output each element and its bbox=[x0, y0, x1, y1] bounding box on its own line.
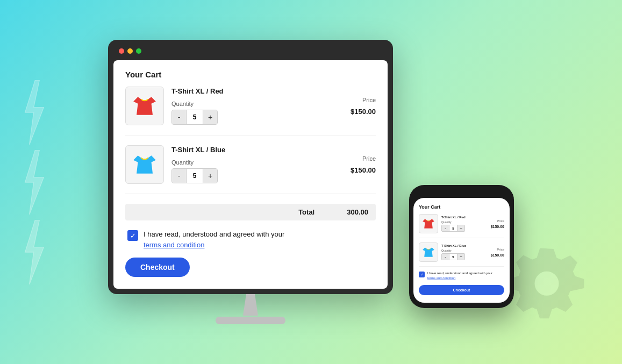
mobile-price-label-1: Price bbox=[483, 219, 504, 223]
mobile-checkmark-icon: ✓ bbox=[420, 273, 424, 277]
desktop-cart-title: Your Cart bbox=[125, 70, 376, 79]
mobile-price-value-1: $150.00 bbox=[483, 225, 504, 229]
mobile-blue-tshirt-icon bbox=[421, 245, 435, 259]
mobile-price-value-2: $150.00 bbox=[483, 253, 504, 257]
item-price-block-2: Price $150.00 bbox=[338, 155, 376, 174]
price-label-2: Price bbox=[338, 155, 376, 162]
mobile-item-image-1 bbox=[419, 214, 438, 233]
terms-text: I have read, understood and agreed with … bbox=[144, 229, 284, 250]
quantity-control-2: - 5 + bbox=[171, 168, 218, 183]
red-tshirt-icon bbox=[131, 92, 158, 119]
mobile-cart-item-1: T-Shirt XL / Red Quantity - 5 + Price $1… bbox=[419, 214, 504, 238]
desktop-total-row: Total 300.00 bbox=[125, 204, 376, 220]
phone-screen: Your Cart T-Shirt XL / Red Quantity - 5 … bbox=[413, 198, 510, 303]
mobile-qty-val-2: 5 bbox=[449, 254, 457, 260]
mobile-qty-plus-2[interactable]: + bbox=[457, 254, 464, 260]
item-details-2: T-Shirt XL / Blue Quantity - 5 + bbox=[171, 146, 331, 183]
qty-minus-btn-2[interactable]: - bbox=[172, 169, 186, 183]
mobile-qty-val-1: 5 bbox=[449, 225, 457, 231]
desktop-terms-row: ✓ I have read, understood and agreed wit… bbox=[125, 229, 376, 250]
mobile-item-image-2 bbox=[419, 242, 438, 262]
lightning-icon-3 bbox=[16, 220, 48, 284]
mobile-qty-label-1: Quantity bbox=[441, 220, 480, 224]
mobile-price-label-2: Price bbox=[483, 248, 504, 251]
lightning-icon-2 bbox=[16, 150, 48, 215]
desktop-cart-panel: Your Cart T-Shirt XL / Red Quantity bbox=[113, 60, 388, 289]
price-label-1: Price bbox=[338, 97, 376, 103]
close-dot bbox=[119, 48, 124, 54]
monitor-stand bbox=[240, 294, 261, 316]
monitor-wrapper: Your Cart T-Shirt XL / Red Quantity bbox=[108, 40, 393, 324]
qty-plus-btn-1[interactable]: + bbox=[203, 110, 217, 124]
total-value: 300.00 bbox=[347, 208, 368, 216]
terms-link[interactable]: terms and condition bbox=[144, 241, 204, 249]
mobile-red-tshirt-icon bbox=[421, 217, 435, 231]
desktop-cart-item-1: T-Shirt XL / Red Quantity - 5 + Price $1… bbox=[125, 87, 376, 135]
mobile-checkout-button[interactable]: Checkout bbox=[419, 285, 504, 295]
price-value-1: $150.00 bbox=[338, 108, 376, 116]
qty-value-1: 5 bbox=[186, 110, 203, 124]
mobile-item-price-1: Price $150.00 bbox=[483, 219, 504, 229]
mobile-qty-label-2: Quantity bbox=[441, 249, 480, 252]
monitor-base bbox=[216, 317, 285, 324]
mobile-qty-minus-1[interactable]: - bbox=[442, 225, 449, 231]
desktop-monitor: Your Cart T-Shirt XL / Red Quantity bbox=[108, 40, 393, 294]
mobile-item-price-2: Price $150.00 bbox=[483, 248, 504, 257]
price-value-2: $150.00 bbox=[338, 166, 376, 174]
terms-checkbox[interactable]: ✓ bbox=[127, 230, 138, 241]
qty-plus-btn-2[interactable]: + bbox=[203, 169, 217, 183]
desktop-cart-item-2: T-Shirt XL / Blue Quantity - 5 + Price $… bbox=[125, 145, 376, 194]
svg-marker-0 bbox=[25, 80, 44, 145]
mobile-phone: Your Cart T-Shirt XL / Red Quantity - 5 … bbox=[409, 185, 514, 308]
item-name-1: T-Shirt XL / Red bbox=[171, 87, 331, 95]
mobile-terms-text-content: I have read, understood and agreed with … bbox=[427, 272, 492, 275]
svg-marker-2 bbox=[25, 220, 44, 284]
phone-notch bbox=[446, 190, 478, 195]
quantity-control-1: - 5 + bbox=[171, 110, 218, 125]
item-image-blue bbox=[125, 145, 164, 184]
mobile-item-name-2: T-Shirt XL / Blue bbox=[441, 244, 480, 247]
mobile-qty-plus-1[interactable]: + bbox=[457, 225, 464, 231]
monitor-top-bar bbox=[113, 45, 388, 57]
total-label: Total bbox=[298, 208, 314, 216]
terms-text-content: I have read, understood and agreed with … bbox=[144, 230, 284, 238]
item-image-red bbox=[125, 87, 164, 125]
lightning-decoration bbox=[16, 0, 48, 364]
mobile-qty-control-1: - 5 + bbox=[441, 225, 465, 232]
maximize-dot bbox=[136, 48, 141, 54]
svg-marker-1 bbox=[25, 150, 44, 215]
mobile-terms-link[interactable]: terms and condition bbox=[427, 276, 455, 280]
mobile-terms-text: I have read, understood and agreed with … bbox=[427, 271, 492, 281]
qty-value-2: 5 bbox=[186, 169, 203, 183]
mobile-cart-title: Your Cart bbox=[419, 204, 504, 210]
blue-tshirt-icon bbox=[131, 151, 158, 178]
minimize-dot bbox=[127, 48, 133, 54]
mobile-cart-item-2: T-Shirt XL / Blue Quantity - 5 + Price $… bbox=[419, 242, 504, 267]
mobile-item-name-1: T-Shirt XL / Red bbox=[441, 216, 480, 219]
mobile-item-info-1: T-Shirt XL / Red Quantity - 5 + bbox=[441, 216, 480, 232]
item-details-1: T-Shirt XL / Red Quantity - 5 + bbox=[171, 87, 331, 125]
checkmark-icon: ✓ bbox=[130, 232, 136, 239]
mobile-terms-row: ✓ I have read, understood and agreed wit… bbox=[419, 271, 504, 281]
mobile-qty-control-2: - 5 + bbox=[441, 253, 465, 260]
lightning-icon-1 bbox=[16, 80, 48, 145]
mobile-item-info-2: T-Shirt XL / Blue Quantity - 5 + bbox=[441, 244, 480, 260]
mobile-terms-checkbox[interactable]: ✓ bbox=[419, 272, 425, 277]
quantity-label-2: Quantity bbox=[171, 159, 331, 166]
quantity-label-1: Quantity bbox=[171, 101, 331, 107]
qty-minus-btn-1[interactable]: - bbox=[172, 110, 186, 124]
main-scene: Your Cart T-Shirt XL / Red Quantity bbox=[108, 40, 514, 324]
desktop-checkout-button[interactable]: Checkout bbox=[125, 258, 190, 277]
item-name-2: T-Shirt XL / Blue bbox=[171, 146, 331, 154]
svg-point-3 bbox=[534, 271, 560, 296]
item-price-block-1: Price $150.00 bbox=[338, 97, 376, 116]
monitor-screen: Your Cart T-Shirt XL / Red Quantity bbox=[113, 60, 388, 289]
mobile-qty-minus-2[interactable]: - bbox=[442, 254, 449, 260]
